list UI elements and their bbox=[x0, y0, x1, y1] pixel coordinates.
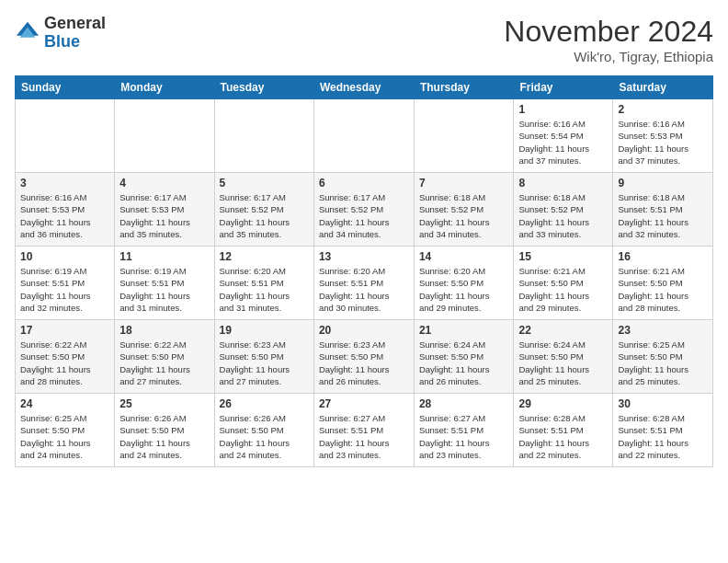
day-number: 3 bbox=[20, 177, 109, 190]
day-number: 30 bbox=[618, 397, 708, 410]
day-number: 7 bbox=[419, 177, 509, 190]
day-number: 10 bbox=[20, 250, 109, 263]
calendar-cell: 14Sunrise: 6:20 AM Sunset: 5:50 PM Dayli… bbox=[414, 247, 514, 320]
day-number: 28 bbox=[419, 397, 509, 410]
calendar-week-row: 10Sunrise: 6:19 AM Sunset: 5:51 PM Dayli… bbox=[16, 247, 713, 320]
day-number: 13 bbox=[319, 250, 409, 263]
day-number: 1 bbox=[518, 103, 608, 116]
calendar-cell bbox=[214, 99, 313, 173]
day-info: Sunrise: 6:25 AM Sunset: 5:50 PM Dayligh… bbox=[618, 339, 708, 387]
day-number: 22 bbox=[518, 324, 608, 337]
day-number: 25 bbox=[119, 397, 209, 410]
day-info: Sunrise: 6:18 AM Sunset: 5:51 PM Dayligh… bbox=[618, 191, 708, 240]
calendar-cell: 13Sunrise: 6:20 AM Sunset: 5:51 PM Dayli… bbox=[313, 247, 414, 320]
weekday-header: Monday bbox=[115, 76, 214, 99]
day-info: Sunrise: 6:19 AM Sunset: 5:51 PM Dayligh… bbox=[20, 265, 109, 314]
weekday-header: Friday bbox=[514, 76, 613, 99]
calendar-cell bbox=[414, 99, 514, 173]
day-info: Sunrise: 6:21 AM Sunset: 5:50 PM Dayligh… bbox=[618, 265, 708, 314]
calendar-cell: 6Sunrise: 6:17 AM Sunset: 5:52 PM Daylig… bbox=[313, 173, 414, 247]
calendar-table: SundayMondayTuesdayWednesdayThursdayFrid… bbox=[15, 75, 713, 467]
day-number: 29 bbox=[518, 397, 608, 410]
weekday-header: Tuesday bbox=[214, 76, 313, 99]
calendar-cell: 18Sunrise: 6:22 AM Sunset: 5:50 PM Dayli… bbox=[115, 320, 214, 394]
day-info: Sunrise: 6:28 AM Sunset: 5:51 PM Dayligh… bbox=[618, 412, 708, 461]
calendar-cell: 28Sunrise: 6:27 AM Sunset: 5:51 PM Dayli… bbox=[414, 394, 514, 467]
calendar-cell: 23Sunrise: 6:25 AM Sunset: 5:50 PM Dayli… bbox=[613, 320, 713, 394]
calendar-cell: 10Sunrise: 6:19 AM Sunset: 5:51 PM Dayli… bbox=[16, 247, 115, 320]
day-info: Sunrise: 6:20 AM Sunset: 5:51 PM Dayligh… bbox=[220, 265, 309, 314]
calendar-week-row: 3Sunrise: 6:16 AM Sunset: 5:53 PM Daylig… bbox=[16, 173, 713, 247]
day-info: Sunrise: 6:18 AM Sunset: 5:52 PM Dayligh… bbox=[518, 191, 608, 240]
location-title: Wik'ro, Tigray, Ethiopia bbox=[504, 49, 713, 64]
day-info: Sunrise: 6:24 AM Sunset: 5:50 PM Dayligh… bbox=[419, 339, 509, 387]
day-number: 27 bbox=[319, 397, 409, 410]
day-info: Sunrise: 6:20 AM Sunset: 5:51 PM Dayligh… bbox=[319, 265, 409, 314]
day-info: Sunrise: 6:16 AM Sunset: 5:53 PM Dayligh… bbox=[618, 118, 708, 167]
day-info: Sunrise: 6:27 AM Sunset: 5:51 PM Dayligh… bbox=[419, 412, 509, 461]
day-info: Sunrise: 6:17 AM Sunset: 5:52 PM Dayligh… bbox=[319, 191, 409, 240]
day-info: Sunrise: 6:18 AM Sunset: 5:52 PM Dayligh… bbox=[419, 191, 509, 240]
day-info: Sunrise: 6:21 AM Sunset: 5:50 PM Dayligh… bbox=[518, 265, 608, 314]
day-number: 26 bbox=[220, 397, 309, 410]
day-info: Sunrise: 6:17 AM Sunset: 5:53 PM Dayligh… bbox=[119, 191, 209, 240]
day-number: 23 bbox=[618, 324, 708, 337]
day-info: Sunrise: 6:26 AM Sunset: 5:50 PM Dayligh… bbox=[220, 412, 309, 461]
calendar-week-row: 1Sunrise: 6:16 AM Sunset: 5:54 PM Daylig… bbox=[16, 99, 713, 173]
logo-general: General bbox=[44, 15, 106, 33]
calendar-week-row: 17Sunrise: 6:22 AM Sunset: 5:50 PM Dayli… bbox=[16, 320, 713, 394]
calendar-cell: 20Sunrise: 6:23 AM Sunset: 5:50 PM Dayli… bbox=[313, 320, 414, 394]
day-number: 19 bbox=[220, 324, 309, 337]
calendar-cell bbox=[313, 99, 414, 173]
calendar-cell: 1Sunrise: 6:16 AM Sunset: 5:54 PM Daylig… bbox=[514, 99, 613, 173]
calendar-cell: 25Sunrise: 6:26 AM Sunset: 5:50 PM Dayli… bbox=[115, 394, 214, 467]
calendar-week-row: 24Sunrise: 6:25 AM Sunset: 5:50 PM Dayli… bbox=[16, 394, 713, 467]
day-info: Sunrise: 6:25 AM Sunset: 5:50 PM Dayligh… bbox=[20, 412, 109, 461]
calendar-cell: 7Sunrise: 6:18 AM Sunset: 5:52 PM Daylig… bbox=[414, 173, 514, 247]
day-info: Sunrise: 6:20 AM Sunset: 5:50 PM Dayligh… bbox=[419, 265, 509, 314]
calendar-cell bbox=[16, 99, 115, 173]
weekday-header: Sunday bbox=[16, 76, 115, 99]
calendar-cell: 4Sunrise: 6:17 AM Sunset: 5:53 PM Daylig… bbox=[115, 173, 214, 247]
logo: General Blue bbox=[15, 15, 106, 52]
calendar-cell: 17Sunrise: 6:22 AM Sunset: 5:50 PM Dayli… bbox=[16, 320, 115, 394]
day-info: Sunrise: 6:22 AM Sunset: 5:50 PM Dayligh… bbox=[20, 339, 109, 387]
month-title: November 2024 bbox=[504, 15, 713, 49]
day-info: Sunrise: 6:23 AM Sunset: 5:50 PM Dayligh… bbox=[319, 339, 409, 387]
day-number: 8 bbox=[518, 177, 608, 190]
title-block: November 2024 Wik'ro, Tigray, Ethiopia bbox=[504, 15, 713, 64]
weekday-header: Thursday bbox=[414, 76, 514, 99]
day-info: Sunrise: 6:17 AM Sunset: 5:52 PM Dayligh… bbox=[220, 191, 309, 240]
logo-text: General Blue bbox=[44, 15, 106, 52]
day-number: 6 bbox=[319, 177, 409, 190]
weekday-header: Wednesday bbox=[313, 76, 414, 99]
day-number: 14 bbox=[419, 250, 509, 263]
weekday-header: Saturday bbox=[613, 76, 713, 99]
calendar-cell: 22Sunrise: 6:24 AM Sunset: 5:50 PM Dayli… bbox=[514, 320, 613, 394]
calendar-header-row: SundayMondayTuesdayWednesdayThursdayFrid… bbox=[16, 76, 713, 99]
day-number: 16 bbox=[618, 250, 708, 263]
day-info: Sunrise: 6:27 AM Sunset: 5:51 PM Dayligh… bbox=[319, 412, 409, 461]
page-header: General Blue November 2024 Wik'ro, Tigra… bbox=[15, 15, 713, 64]
calendar-cell: 8Sunrise: 6:18 AM Sunset: 5:52 PM Daylig… bbox=[514, 173, 613, 247]
calendar-cell: 21Sunrise: 6:24 AM Sunset: 5:50 PM Dayli… bbox=[414, 320, 514, 394]
day-number: 20 bbox=[319, 324, 409, 337]
calendar-cell: 30Sunrise: 6:28 AM Sunset: 5:51 PM Dayli… bbox=[613, 394, 713, 467]
day-number: 21 bbox=[419, 324, 509, 337]
day-info: Sunrise: 6:24 AM Sunset: 5:50 PM Dayligh… bbox=[518, 339, 608, 387]
day-number: 9 bbox=[618, 177, 708, 190]
calendar-cell: 3Sunrise: 6:16 AM Sunset: 5:53 PM Daylig… bbox=[16, 173, 115, 247]
calendar-cell: 2Sunrise: 6:16 AM Sunset: 5:53 PM Daylig… bbox=[613, 99, 713, 173]
calendar-cell: 24Sunrise: 6:25 AM Sunset: 5:50 PM Dayli… bbox=[16, 394, 115, 467]
calendar-cell: 12Sunrise: 6:20 AM Sunset: 5:51 PM Dayli… bbox=[214, 247, 313, 320]
day-info: Sunrise: 6:19 AM Sunset: 5:51 PM Dayligh… bbox=[119, 265, 209, 314]
day-number: 11 bbox=[119, 250, 209, 263]
day-number: 24 bbox=[20, 397, 109, 410]
day-number: 18 bbox=[119, 324, 209, 337]
day-info: Sunrise: 6:23 AM Sunset: 5:50 PM Dayligh… bbox=[220, 339, 309, 387]
calendar-cell: 9Sunrise: 6:18 AM Sunset: 5:51 PM Daylig… bbox=[613, 173, 713, 247]
calendar-cell: 19Sunrise: 6:23 AM Sunset: 5:50 PM Dayli… bbox=[214, 320, 313, 394]
day-number: 15 bbox=[518, 250, 608, 263]
calendar-cell bbox=[115, 99, 214, 173]
day-info: Sunrise: 6:28 AM Sunset: 5:51 PM Dayligh… bbox=[518, 412, 608, 461]
